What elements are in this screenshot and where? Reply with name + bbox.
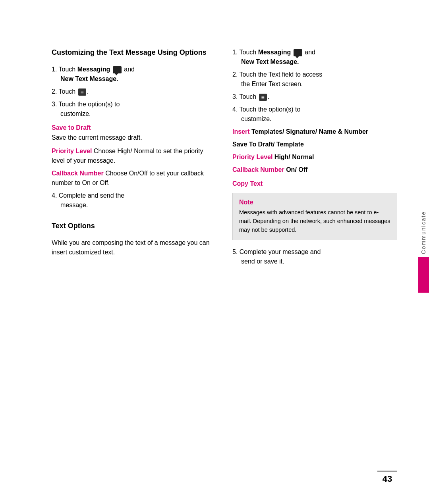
save-draft-heading: Save to Draft	[52, 124, 216, 131]
right-callback-text: On/ Off	[284, 166, 308, 173]
right-step5-text: 5. Complete your message and	[232, 248, 321, 255]
note-body: Messages with advanced features cannot b…	[239, 208, 390, 234]
left-step3-text: 3. Touch the option(s) to	[52, 101, 120, 108]
left-step4-text: 4. Complete and send the	[52, 192, 124, 199]
callback-block: Callback Number Choose On/Off to set you…	[52, 169, 216, 188]
left-step-1: 1. Touch Messaging and New Text Message.	[52, 65, 216, 84]
side-tab: Communicate	[418, 211, 429, 293]
messaging-icon-2	[294, 49, 302, 56]
right-step-4: 4. Touch the option(s) to customize.	[232, 105, 397, 124]
left-step3-cont: customize.	[52, 110, 91, 117]
right-callback-block: Callback Number On/ Off	[232, 165, 397, 175]
right-step3-dot: .	[268, 93, 269, 100]
right-priority-label: Priority Level	[232, 154, 272, 160]
right-step4-cont: customize.	[232, 115, 271, 122]
text-options-body: While you are composing the text of a me…	[52, 238, 216, 257]
right-step4-text: 4. Touch the option(s) to	[232, 106, 300, 113]
priority-block: Priority Level Choose High/ Normal to se…	[52, 146, 216, 165]
right-priority-block: Priority Level High/ Normal	[232, 152, 397, 162]
left-step2-prefix: 2. Touch	[52, 88, 77, 95]
text-options-heading: Text Options	[52, 221, 216, 231]
right-step1-messaging: Messaging	[258, 49, 291, 56]
left-step1-new: New Text Message.	[60, 75, 118, 82]
copy-text-heading: Copy Text	[232, 180, 397, 187]
left-step-3: 3. Touch the option(s) to customize.	[52, 100, 216, 119]
right-step2-cont: the Enter Text screen.	[232, 81, 303, 87]
insert-label: Insert	[232, 128, 250, 135]
side-tab-bar	[418, 257, 429, 293]
left-column: Customizing the Text Message Using Optio…	[52, 48, 216, 480]
messaging-icon-1	[113, 66, 122, 73]
right-callback-label: Callback Number	[232, 166, 284, 173]
left-step1-prefix: 1. Touch	[52, 66, 77, 73]
right-step2-text: 2. Touch the Text field to access	[232, 71, 322, 78]
left-step1-messaging: Messaging	[77, 66, 110, 73]
note-heading: Note	[239, 199, 390, 206]
right-priority-text: High/ Normal	[272, 154, 314, 160]
right-step-5: 5. Complete your message and send or sav…	[232, 247, 397, 266]
page-number: 43	[383, 474, 392, 484]
page-content: Customizing the Text Message Using Optio…	[0, 0, 429, 504]
left-step1-and: and	[122, 66, 135, 73]
right-column: 1. Touch Messaging and New Text Message.…	[232, 48, 397, 480]
note-box: Note Messages with advanced features can…	[232, 193, 397, 240]
left-step-4: 4. Complete and send the message.	[52, 191, 216, 210]
right-step-1: 1. Touch Messaging and New Text Message.	[232, 48, 397, 67]
left-step4-cont: message.	[52, 202, 88, 208]
left-heading: Customizing the Text Message Using Optio…	[52, 48, 216, 58]
save-draft-text: Save the current message draft.	[52, 133, 216, 142]
right-step1-prefix: 1. Touch	[232, 49, 258, 56]
right-step3-prefix: 3. Touch	[232, 93, 258, 100]
callback-label: Callback Number	[52, 170, 104, 177]
page-divider	[377, 471, 397, 471]
right-step-2: 2. Touch the Text field to access the En…	[232, 70, 397, 89]
save-to-block: Save To Draft/ Template	[232, 140, 397, 149]
right-step5-cont: send or save it.	[232, 258, 284, 265]
insert-text: Templates/ Signature/ Name & Number	[250, 128, 368, 135]
side-tab-text: Communicate	[420, 211, 427, 254]
right-step1-new: New Text Message.	[241, 58, 299, 65]
page-number-area: 43	[377, 471, 397, 484]
right-step1-and: and	[303, 49, 315, 56]
left-step-2: 2. Touch .	[52, 87, 216, 96]
menu-icon-2	[259, 94, 267, 101]
insert-block: Insert Templates/ Signature/ Name & Numb…	[232, 127, 397, 137]
priority-label: Priority Level	[52, 148, 92, 154]
menu-icon-1	[78, 88, 86, 96]
save-to-text: Draft/ Template	[256, 141, 304, 148]
left-step2-dot: .	[87, 88, 89, 95]
save-to-label: Save To	[232, 141, 256, 148]
right-step-3: 3. Touch .	[232, 92, 397, 102]
